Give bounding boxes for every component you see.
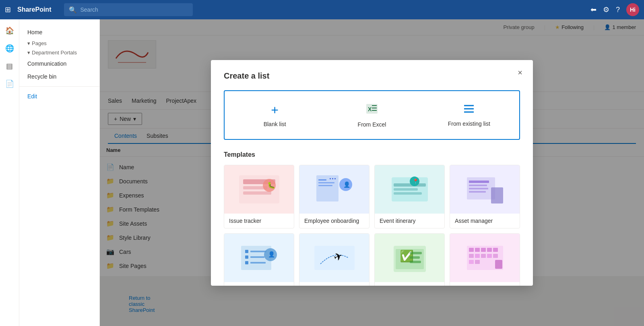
back-icon[interactable]: ⬅ (590, 5, 597, 14)
sidebar-item-communication[interactable]: Communication (19, 57, 99, 70)
svg-rect-17 (318, 185, 332, 186)
template-name-content: Content scheduler (450, 282, 520, 286)
communication-label: Communication (27, 60, 66, 67)
template-travel-requests[interactable]: ✈ Travel requests (299, 233, 369, 286)
search-box: 🔍 (64, 3, 193, 16)
svg-rect-38 (245, 255, 248, 259)
svg-rect-37 (250, 251, 266, 252)
waffle-icon[interactable]: ⊞ (5, 5, 11, 14)
svg-rect-30 (469, 181, 489, 183)
existing-list-icon (462, 103, 475, 117)
search-input[interactable] (80, 6, 185, 13)
svg-rect-51 (410, 261, 421, 263)
template-name-travel: Travel requests (299, 282, 369, 286)
template-name-recruitment: Recruitment tracker (224, 282, 294, 286)
help-icon[interactable]: ? (616, 6, 620, 14)
template-name-asset: Asset manager (450, 214, 520, 228)
svg-rect-55 (481, 248, 486, 252)
sidebar-item-home[interactable]: Home (19, 26, 99, 39)
from-existing-option[interactable]: From existing list (422, 94, 516, 136)
svg-rect-24 (394, 183, 426, 187)
svg-rect-34 (491, 187, 503, 203)
svg-rect-64 (475, 260, 480, 264)
template-employee-onboarding[interactable]: 👤 Employee onboarding (299, 165, 369, 228)
pages-label: Pages (32, 40, 47, 46)
settings-icon[interactable]: ⚙ (603, 5, 609, 14)
svg-rect-31 (469, 185, 487, 186)
svg-rect-18 (330, 178, 331, 179)
left-sidebar: 🏠 🌐 ▤ 📄 (0, 19, 19, 326)
template-thumb-content (450, 234, 520, 282)
svg-rect-11 (243, 191, 271, 195)
template-issue-tracker[interactable]: 🐛 Issue tracker (224, 165, 294, 228)
template-thumb-asset (450, 165, 520, 214)
template-recruitment-tracker[interactable]: 👤 Recruitment tracker (224, 233, 294, 286)
template-content-scheduler[interactable]: Content scheduler (450, 233, 520, 286)
svg-rect-40 (245, 261, 248, 264)
svg-rect-63 (469, 260, 474, 264)
svg-rect-15 (318, 179, 326, 181)
svg-rect-61 (487, 254, 492, 258)
excel-icon: X (365, 102, 378, 118)
blank-plus-icon: + (271, 103, 279, 118)
svg-text:👤: 👤 (343, 181, 351, 188)
search-icon: 🔍 (69, 6, 77, 14)
template-thumb-event: 📍 (375, 165, 444, 214)
avatar[interactable]: Hi (626, 3, 639, 16)
svg-rect-39 (250, 256, 264, 258)
svg-rect-59 (475, 254, 480, 258)
content-area: Private group | ★ Following | 👤 1 member (100, 19, 644, 326)
template-thumb-issue: 🐛 (224, 165, 294, 214)
svg-rect-56 (487, 248, 492, 252)
template-thumb-travel: ✈ (299, 234, 369, 282)
sidebar-item-recycle-bin[interactable]: Recycle bin (19, 70, 99, 83)
template-name-event: Event itinerary (375, 214, 444, 228)
svg-rect-19 (332, 178, 333, 179)
chevron-down-icon-2: ▾ (27, 50, 30, 56)
blank-list-option[interactable]: + Blank list (228, 94, 322, 136)
templates-grid: 🐛 Issue tracker (224, 165, 520, 286)
template-name-employee: Employee onboarding (299, 214, 369, 228)
dept-portals-label: Department Portals (32, 50, 77, 56)
template-name-work: Work progress tracker (375, 282, 444, 286)
templates-title: Templates (224, 151, 520, 158)
edit-label: Edit (27, 93, 37, 100)
template-event-itinerary[interactable]: 📍 Event itinerary (374, 165, 445, 228)
top-bar-right: ⬅ ⚙ ? Hi (590, 3, 639, 16)
template-thumb-recruitment: 👤 (224, 234, 294, 282)
svg-rect-49 (410, 252, 422, 254)
svg-rect-65 (495, 260, 502, 269)
sidebar-home-icon[interactable]: 🏠 (2, 23, 18, 39)
svg-rect-32 (469, 188, 488, 189)
sidebar-item-edit[interactable]: Edit (19, 90, 99, 103)
svg-rect-33 (469, 191, 486, 193)
svg-text:👤: 👤 (268, 251, 275, 258)
svg-rect-58 (469, 254, 474, 258)
sidebar-divider (19, 86, 99, 87)
sidebar-page-icon[interactable]: 📄 (2, 76, 18, 92)
template-work-progress[interactable]: ✅ Work progress tracker (374, 233, 445, 286)
top-bar: ⊞ SharePoint 🔍 ⬅ ⚙ ? Hi (0, 0, 644, 19)
svg-rect-41 (250, 262, 266, 264)
modal-close-button[interactable]: × (514, 66, 526, 79)
svg-rect-54 (475, 248, 480, 252)
svg-text:X: X (368, 106, 372, 112)
svg-rect-62 (493, 254, 498, 258)
sidebar-section-dept-portals[interactable]: ▾ Department Portals (19, 48, 99, 57)
svg-rect-50 (410, 256, 420, 259)
chevron-down-icon: ▾ (27, 40, 30, 46)
create-list-modal: Create a list × + Blank list X (211, 60, 533, 286)
svg-rect-16 (318, 182, 334, 183)
svg-rect-20 (334, 178, 336, 179)
app-title: SharePoint (17, 6, 51, 13)
modal-title: Create a list (224, 71, 520, 81)
svg-rect-57 (493, 248, 498, 252)
from-excel-option[interactable]: X From Excel (325, 94, 419, 136)
svg-rect-36 (245, 250, 248, 253)
recycle-bin-label: Recycle bin (27, 73, 56, 80)
sidebar-globe-icon[interactable]: 🌐 (2, 40, 18, 56)
sidebar-section-pages[interactable]: ▾ Pages (19, 39, 99, 48)
template-asset-manager[interactable]: Asset manager (450, 165, 520, 228)
svg-rect-60 (481, 254, 486, 258)
sidebar-layers-icon[interactable]: ▤ (2, 58, 18, 74)
